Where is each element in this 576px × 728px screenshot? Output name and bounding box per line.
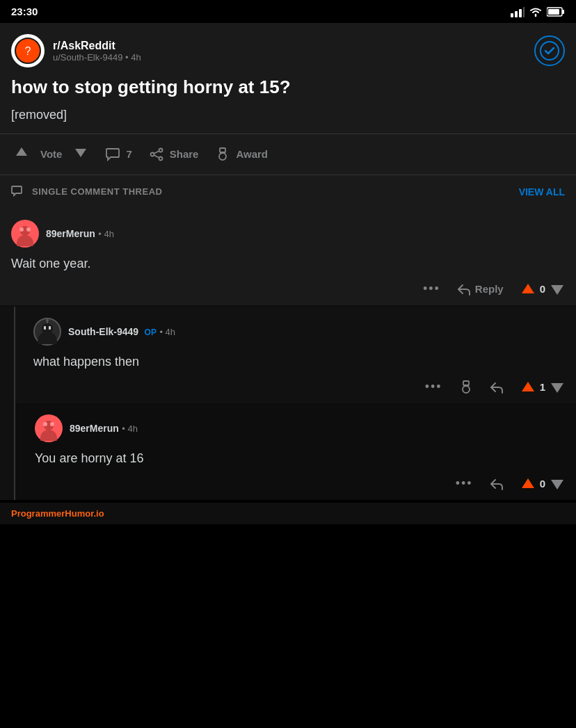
svg-point-32 — [463, 386, 470, 393]
comment-2-reply-button[interactable] — [490, 381, 504, 394]
comment-3-meta: 89erMerun • 4h — [70, 422, 138, 435]
comment-1-footer: ••• Reply 0 — [11, 282, 565, 297]
subreddit-avatar[interactable]: ? — [11, 34, 45, 67]
view-all-button[interactable]: VIEW ALL — [519, 186, 565, 197]
comment-3-time: • 4h — [122, 423, 138, 434]
reddit-snoo-icon: ? — [15, 38, 40, 63]
comment-3-author[interactable]: 89erMerun — [70, 423, 119, 434]
comment-1-author[interactable]: 89erMerun — [46, 228, 95, 239]
comment-1-vote-count: 0 — [540, 283, 545, 295]
share-label: Share — [170, 148, 199, 160]
comment-2-avatar — [33, 318, 61, 346]
svg-rect-0 — [511, 13, 513, 17]
comment-2-time: • 4h — [159, 327, 175, 337]
comment-3-inner: 89erMerun • 4h You are horny at 16 ••• — [15, 403, 576, 500]
comment-3-more-button[interactable]: ••• — [456, 476, 473, 491]
comment-1-reply-button[interactable]: Reply — [457, 283, 504, 296]
comment-3-avatar — [35, 414, 63, 442]
award-label: Award — [236, 148, 268, 160]
comment-2-upvote-icon[interactable] — [520, 380, 536, 395]
status-icons — [511, 6, 565, 17]
post-title: how to stop getting horny at 15? — [0, 73, 576, 108]
svg-rect-5 — [562, 10, 564, 14]
svg-rect-15 — [220, 148, 225, 152]
footer-brand: ProgrammerHumor.io — [0, 503, 576, 524]
comment-2-more-button[interactable]: ••• — [425, 380, 442, 394]
battery-icon — [547, 6, 565, 17]
svg-line-14 — [154, 155, 159, 158]
post-header-left: ? r/AskReddit u/South-Elk-9449 • 4h — [11, 34, 141, 67]
share-button[interactable]: Share — [141, 140, 207, 169]
nested-nested-comment: 89erMerun • 4h You are horny at 16 ••• — [14, 403, 576, 500]
footer-brand-text: ProgrammerHumor.io — [11, 508, 104, 519]
comment-3-header: 89erMerun • 4h — [35, 414, 565, 442]
award-icon — [215, 147, 230, 162]
svg-text:?: ? — [25, 45, 31, 57]
comment-1-upvote-icon[interactable] — [520, 282, 536, 297]
reply-3-icon — [490, 478, 504, 490]
comment-3-reply-button[interactable] — [490, 478, 504, 490]
comment-3-footer: ••• 0 — [35, 476, 565, 492]
comment-2-author[interactable]: South-Elk-9449 — [68, 326, 138, 337]
svg-line-33 — [464, 385, 465, 387]
comment-3-body: You are horny at 16 — [35, 449, 565, 476]
comment-1-time: • 4h — [98, 229, 114, 239]
verified-icon — [534, 35, 565, 66]
comments-section: 89erMerun • 4h Wait one year. ••• Reply … — [0, 209, 576, 500]
svg-line-13 — [154, 151, 159, 154]
comments-count: 7 — [126, 148, 131, 160]
svg-rect-3 — [523, 7, 525, 17]
svg-rect-28 — [49, 326, 51, 330]
reply-2-icon — [490, 381, 504, 394]
post-body: [removed] — [0, 108, 576, 134]
comment-2-votes: 1 — [520, 380, 565, 395]
comment-3-downvote-icon[interactable] — [550, 476, 565, 492]
comment-3-upvote-icon[interactable] — [520, 476, 536, 492]
comment-2-inner: South-Elk-9449 OP • 4h what happens then… — [0, 307, 576, 403]
vote-section[interactable]: Vote — [11, 142, 91, 166]
comment-2-award-button[interactable] — [459, 380, 473, 394]
svg-point-22 — [19, 227, 24, 232]
comment-thread-bar: SINGLE COMMENT THREAD VIEW ALL — [0, 175, 576, 209]
comment-3-votes: 0 — [520, 476, 565, 492]
svg-line-18 — [224, 152, 225, 154]
status-bar: 23:30 — [0, 0, 576, 23]
comment-1-more-button[interactable]: ••• — [423, 282, 440, 296]
svg-rect-31 — [463, 381, 469, 385]
comment-1-downvote-icon[interactable] — [550, 282, 565, 297]
comment-2-downvote-icon[interactable] — [550, 380, 565, 395]
svg-point-30 — [46, 319, 49, 322]
downvote-button[interactable] — [70, 142, 91, 166]
post-actions: Vote 7 Share — [0, 134, 576, 175]
nested-comment-wrap: South-Elk-9449 OP • 4h what happens then… — [0, 307, 576, 500]
reply-icon — [457, 283, 471, 296]
comment-2-body: what happens then — [33, 353, 565, 380]
comment-2-award-icon — [459, 380, 473, 394]
svg-rect-1 — [515, 11, 518, 17]
svg-line-34 — [467, 385, 468, 387]
thread-icon — [11, 185, 25, 199]
comment-icon — [105, 147, 120, 162]
svg-point-16 — [219, 153, 226, 160]
svg-rect-27 — [44, 326, 46, 330]
upvote-button[interactable] — [11, 142, 32, 166]
comment-1-header: 89erMerun • 4h — [11, 220, 565, 248]
comment-2-footer: ••• — [33, 380, 565, 395]
svg-rect-6 — [548, 9, 559, 15]
award-button[interactable]: Award — [207, 140, 276, 169]
comment-2-header: South-Elk-9449 OP • 4h — [33, 318, 565, 346]
wifi-icon — [529, 6, 543, 17]
status-time: 23:30 — [11, 6, 38, 17]
comment-3-vote-count: 0 — [540, 478, 545, 490]
svg-point-9 — [541, 42, 559, 60]
subreddit-name[interactable]: r/AskReddit — [53, 40, 141, 52]
post-author-time: u/South-Elk-9449 • 4h — [53, 52, 141, 63]
svg-point-38 — [43, 422, 47, 426]
comments-button[interactable]: 7 — [97, 140, 140, 169]
op-badge: OP — [145, 327, 157, 337]
svg-point-23 — [26, 227, 31, 232]
comment-2-meta: South-Elk-9449 OP • 4h — [68, 325, 175, 338]
vote-label: Vote — [35, 148, 67, 160]
comment-1-avatar — [11, 220, 39, 248]
thread-label: SINGLE COMMENT THREAD — [11, 185, 162, 199]
